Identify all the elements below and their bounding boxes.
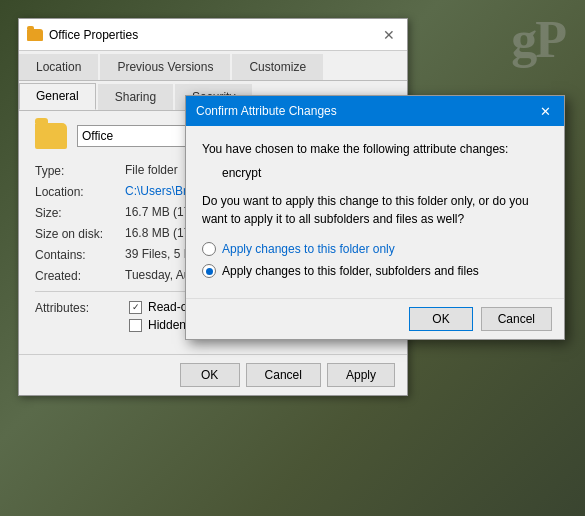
tab-customize[interactable]: Customize — [232, 54, 323, 80]
confirm-ok-button[interactable]: OK — [409, 307, 472, 331]
size-label: Size: — [35, 205, 125, 220]
confirm-dialog: Confirm Attribute Changes ✕ You have cho… — [185, 95, 565, 340]
cancel-button[interactable]: Cancel — [246, 363, 321, 387]
confirm-message2: Do you want to apply this change to this… — [202, 192, 548, 228]
properties-titlebar: Office Properties ✕ — [19, 19, 407, 51]
confirm-title: Confirm Attribute Changes — [196, 104, 337, 118]
tab-general[interactable]: General — [19, 83, 96, 110]
confirm-close-button[interactable]: ✕ — [536, 102, 554, 120]
radio-folder-only[interactable] — [202, 242, 216, 256]
folder-icon-large — [35, 123, 67, 149]
radio-folder-only-row: Apply changes to this folder only — [202, 242, 548, 256]
created-label: Created: — [35, 268, 125, 283]
folder-icon-title — [27, 29, 43, 41]
readonly-checkbox[interactable] — [129, 301, 142, 314]
radio-folder-only-label: Apply changes to this folder only — [222, 242, 395, 256]
attributes-label: Attributes: — [35, 300, 125, 315]
properties-footer: OK Cancel Apply — [19, 354, 407, 395]
watermark: gP — [511, 10, 565, 69]
tab-sharing[interactable]: Sharing — [98, 84, 173, 110]
tab-location[interactable]: Location — [19, 54, 98, 80]
radio-all-label: Apply changes to this folder, subfolders… — [222, 264, 479, 278]
location-label: Location: — [35, 184, 125, 199]
tabs-row1: Location Previous Versions Customize — [19, 51, 407, 81]
confirm-footer: OK Cancel — [186, 298, 564, 339]
titlebar-left: Office Properties — [27, 28, 138, 42]
close-button[interactable]: ✕ — [379, 25, 399, 45]
tab-previous-versions[interactable]: Previous Versions — [100, 54, 230, 80]
size-on-disk-label: Size on disk: — [35, 226, 125, 241]
hidden-checkbox[interactable] — [129, 319, 142, 332]
ok-button[interactable]: OK — [180, 363, 240, 387]
properties-title: Office Properties — [49, 28, 138, 42]
radio-all[interactable] — [202, 264, 216, 278]
confirm-message1: You have chosen to make the following at… — [202, 142, 548, 156]
contains-label: Contains: — [35, 247, 125, 262]
confirm-titlebar: Confirm Attribute Changes ✕ — [186, 96, 564, 126]
hidden-label: Hidden — [148, 318, 186, 332]
confirm-change-item: encrypt — [222, 166, 548, 180]
apply-button[interactable]: Apply — [327, 363, 395, 387]
radio-all-row: Apply changes to this folder, subfolders… — [202, 264, 548, 278]
confirm-cancel-button[interactable]: Cancel — [481, 307, 552, 331]
type-label: Type: — [35, 163, 125, 178]
confirm-body: You have chosen to make the following at… — [186, 126, 564, 298]
